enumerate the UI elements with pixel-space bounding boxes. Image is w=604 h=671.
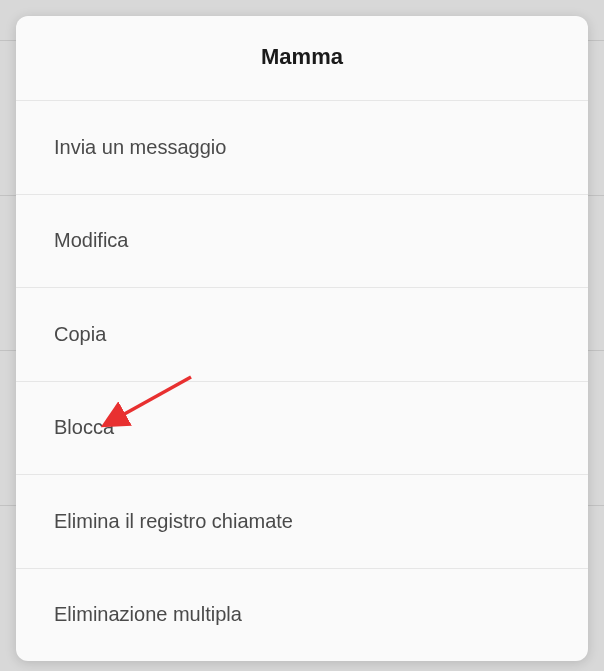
svg-line-1 [119, 377, 191, 417]
menu-item-label: Modifica [54, 229, 128, 252]
menu-item-label: Invia un messaggio [54, 136, 226, 159]
menu-item-copy[interactable]: Copia [16, 288, 588, 382]
action-menu: Invia un messaggio Modifica Copia Blocca… [16, 101, 588, 661]
menu-item-label: Elimina il registro chiamate [54, 510, 293, 533]
menu-item-edit[interactable]: Modifica [16, 195, 588, 289]
dialog-header: Mamma [16, 16, 588, 101]
dialog-title: Mamma [36, 44, 568, 70]
menu-item-label: Copia [54, 323, 106, 346]
menu-item-send-message[interactable]: Invia un messaggio [16, 101, 588, 195]
menu-item-label: Eliminazione multipla [54, 603, 242, 626]
menu-item-delete-call-log[interactable]: Elimina il registro chiamate [16, 475, 588, 569]
menu-item-label: Blocca [54, 416, 114, 439]
menu-item-block[interactable]: Blocca [16, 382, 588, 476]
contact-action-dialog: Mamma Invia un messaggio Modifica Copia … [16, 16, 588, 661]
menu-item-multi-delete[interactable]: Eliminazione multipla [16, 569, 588, 662]
